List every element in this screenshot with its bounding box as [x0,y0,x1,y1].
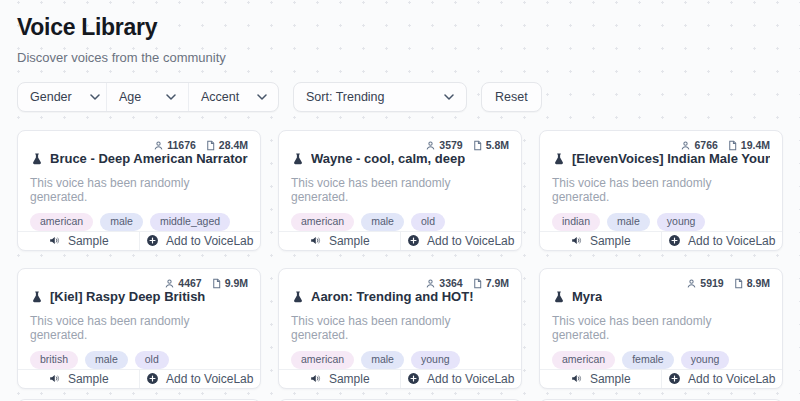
flask-icon [291,290,305,304]
voice-card: 6766 19.4M [ElevenVoices] Indian Male Yo… [539,130,783,251]
filter-accent-label: Accent [201,90,239,104]
user-icon [425,140,436,151]
users-stat: 5919 [686,277,723,289]
voice-title: [ElevenVoices] Indian Male Young [572,151,770,166]
plus-circle-icon [668,372,681,385]
voice-title-row: Aaron: Trending and HOT! [291,289,509,304]
tag-list: americanfemaleyoung [552,351,770,369]
sample-button[interactable]: Sample [18,232,139,251]
chevron-down-icon [166,94,176,100]
speaker-icon [309,234,322,247]
voice-title: Aaron: Trending and HOT! [311,289,474,304]
voice-tag: old [411,213,445,231]
add-button-label: Add to VoiceLab [688,234,775,248]
voice-card-footer: Sample Add to VoiceLab [540,369,782,389]
sort-select[interactable]: Sort: Trending [293,82,467,112]
users-stat: 11676 [153,139,196,151]
users-stat: 6766 [680,139,717,151]
user-icon [164,278,175,289]
sample-button[interactable]: Sample [279,370,400,389]
chevron-down-icon [90,94,100,100]
voice-tag: young [411,351,460,369]
filter-accent[interactable]: Accent [188,83,278,111]
filter-gender-label: Gender [30,90,72,104]
document-icon [205,140,216,151]
voice-card-body: 4467 9.9M [Kiel] Raspy Deep British This… [18,269,260,369]
speaker-icon [570,234,583,247]
flask-icon [552,290,566,304]
voice-card: 4467 9.9M [Kiel] Raspy Deep British This… [17,268,261,389]
users-stat: 3364 [425,277,462,289]
plus-circle-icon [407,234,420,247]
voice-description: This voice has been randomly generated. [291,314,509,342]
plays-stat: 5.8M [472,139,509,151]
voice-tag: young [681,351,730,369]
plays-count: 7.9M [486,277,509,289]
add-to-voicelab-button[interactable]: Add to VoiceLab [139,370,261,389]
voice-title: Wayne - cool, calm, deep [311,151,465,166]
voice-card-footer: Sample Add to VoiceLab [18,231,260,251]
voice-title: [Kiel] Raspy Deep British [50,289,205,304]
voice-tag: male [361,351,404,369]
voice-stats: 4467 9.9M [30,277,248,289]
plus-circle-icon [668,234,681,247]
filter-gender[interactable]: Gender [18,83,106,111]
voice-tag: male [85,351,128,369]
sample-button[interactable]: Sample [540,232,661,251]
add-button-label: Add to VoiceLab [427,234,514,248]
voice-tag: male [100,213,143,231]
voice-card-body: 3364 7.9M Aaron: Trending and HOT! This … [279,269,521,369]
voice-card: 5919 8.9M Myra This voice has been rando… [539,268,783,389]
flask-icon [30,152,44,166]
sample-button-label: Sample [590,372,631,386]
sample-button[interactable]: Sample [279,232,400,251]
voice-card: 11676 28.4M Bruce - Deep American Narrat… [17,130,261,251]
voice-library-page: Voice Library Discover voices from the c… [0,0,800,401]
voice-card: 3579 5.8M Wayne - cool, calm, deep This … [278,130,522,251]
add-button-label: Add to VoiceLab [688,372,775,386]
filter-dropdown-group: Gender Age Accent [17,82,279,112]
add-to-voicelab-button[interactable]: Add to VoiceLab [661,370,783,389]
plays-count: 5.8M [486,139,509,151]
add-to-voicelab-button[interactable]: Add to VoiceLab [400,232,522,251]
voice-title-row: [Kiel] Raspy Deep British [30,289,248,304]
plays-stat: 8.9M [733,277,770,289]
tag-list: britishmaleold [30,351,248,369]
sample-button[interactable]: Sample [540,370,661,389]
plays-stat: 7.9M [472,277,509,289]
voice-card: 3364 7.9M Aaron: Trending and HOT! This … [278,268,522,389]
add-to-voicelab-button[interactable]: Add to VoiceLab [400,370,522,389]
voice-stats: 5919 8.9M [552,277,770,289]
tag-list: indianmaleyoung [552,213,770,231]
speaker-icon [48,372,61,385]
users-count: 11676 [167,139,196,151]
document-icon [472,140,483,151]
add-to-voicelab-button[interactable]: Add to VoiceLab [661,232,783,251]
add-to-voicelab-button[interactable]: Add to VoiceLab [139,232,261,251]
voice-stats: 3364 7.9M [291,277,509,289]
sample-button[interactable]: Sample [18,370,139,389]
voice-stats: 6766 19.4M [552,139,770,151]
voice-tag: middle_aged [150,213,230,231]
voice-tag: british [30,351,78,369]
user-icon [680,140,691,151]
filter-age[interactable]: Age [106,83,188,111]
voice-title-row: Wayne - cool, calm, deep [291,151,509,166]
users-stat: 4467 [164,277,201,289]
voice-tag: american [552,351,615,369]
document-icon [733,278,744,289]
reset-button[interactable]: Reset [481,82,542,112]
speaker-icon [48,234,61,247]
flask-icon [291,152,305,166]
voice-description: This voice has been randomly generated. [30,314,248,342]
sample-button-label: Sample [68,372,109,386]
plus-circle-icon [146,372,159,385]
voice-title: Myra [572,289,602,304]
user-icon [686,278,697,289]
plays-stat: 28.4M [205,139,248,151]
flask-icon [552,152,566,166]
users-count: 3364 [439,277,462,289]
voice-tag: female [622,351,674,369]
plays-count: 28.4M [219,139,248,151]
tag-list: americanmalemiddle_aged [30,213,248,231]
